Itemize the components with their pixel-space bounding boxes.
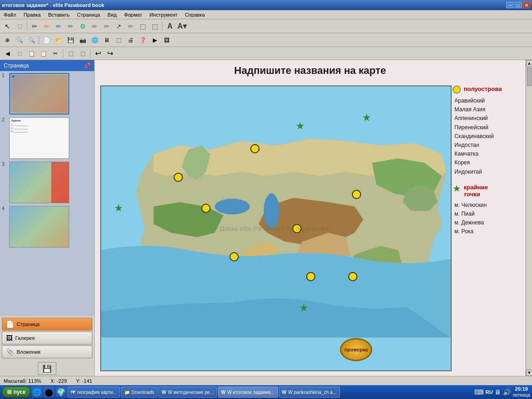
taskbar-geo-btn[interactable]: 🗺 география карти... [67, 387, 120, 398]
open-tool[interactable]: 📂 [53, 35, 64, 46]
menu-format[interactable]: Формат [122, 11, 144, 18]
minimize-button[interactable]: ─ [506, 2, 514, 8]
taskbar-downloads-btn[interactable]: 📁 Downloads [121, 387, 157, 398]
marker-yellow-7[interactable] [352, 190, 361, 199]
page-preview-4[interactable] [9, 206, 69, 248]
taskbar-word3-btn[interactable]: W W pankrashkina_zh.a... [279, 387, 340, 398]
marker-star-1[interactable]: ★ [114, 202, 123, 214]
page-thumb-2[interactable]: 2 Задание 1. ___________ 2. ___________ … [2, 117, 92, 159]
page-preview-1[interactable]: 🗺 [9, 73, 69, 115]
page-thumb-4[interactable]: 4 [2, 206, 92, 248]
menu-insert[interactable]: Вставить [46, 11, 72, 18]
page-preview-2[interactable]: Задание 1. ___________ 2. ___________ 3.… [9, 117, 69, 159]
text-tool[interactable]: A [164, 21, 175, 32]
save-tool[interactable]: 💾 [65, 35, 76, 46]
menu-tool[interactable]: Инструмент [148, 11, 180, 18]
menu-page[interactable]: Страница [75, 11, 102, 18]
page-preview-3[interactable] [9, 162, 69, 203]
scroll-down-arrow[interactable]: ▼ [526, 369, 532, 376]
zoom-out-tool[interactable]: ⬚ [137, 21, 148, 32]
marker-yellow-4[interactable] [292, 224, 302, 233]
taskbar: ⊞ пуск 🌐 ⬤ 🌍 🗺 география карти... 📁 Down… [0, 385, 532, 399]
fill-tool[interactable]: ✏ [89, 21, 100, 32]
delete-tool[interactable]: ⬚ [77, 48, 88, 59]
new-page-tool[interactable]: 📄 [41, 35, 52, 46]
category1-header: полуострова [453, 85, 521, 94]
marker-yellow-1[interactable] [174, 173, 183, 182]
undo-tool[interactable]: ↩ [92, 48, 103, 59]
paste-tool[interactable]: 📋 [38, 48, 49, 59]
area-select-tool[interactable]: ⬚ [14, 21, 25, 32]
taskbar-word2-btn[interactable]: W W итоговое задание... [218, 387, 278, 398]
scroll-up-arrow[interactable]: ▲ [526, 60, 532, 66]
maximize-button[interactable]: □ [514, 2, 522, 8]
marker-star-4[interactable]: ★ [299, 302, 308, 314]
browse-tool[interactable]: 🌐 [89, 35, 100, 46]
marker-star-2[interactable]: ★ [296, 120, 305, 132]
capture-tool[interactable]: ⬚ [149, 21, 160, 32]
cut-tool[interactable]: ✂ [50, 48, 61, 59]
page-num-4: 4 [2, 206, 7, 211]
nav-gallery-btn[interactable]: 🖼 Галерея [2, 332, 92, 345]
marker-yellow-2[interactable] [201, 204, 211, 213]
marker-tool[interactable]: ✏ [41, 21, 52, 32]
tray-sound-icon: 🔊 [503, 388, 511, 396]
prev-page-tool[interactable]: ◀ [2, 48, 13, 59]
downloads-btn-label: Downloads [132, 390, 154, 395]
zoom-out-tool[interactable]: 🔍 [26, 35, 37, 46]
marker-yellow-5[interactable] [306, 272, 315, 281]
scroll-thumb[interactable] [527, 67, 532, 86]
page-thumb-1[interactable]: 1 🗺 [2, 73, 92, 115]
shape-tool[interactable]: ⚙ [77, 21, 88, 32]
page-thumb-3[interactable]: 3 [2, 162, 92, 203]
taskbar-earth-icon[interactable]: 🌍 [55, 387, 66, 398]
text-style-tool[interactable]: A▾ [176, 21, 187, 32]
check-button[interactable]: проверка [340, 338, 372, 361]
item-skandinavskiy: Скандинавский [454, 132, 521, 141]
marker-yellow-6[interactable] [348, 272, 357, 281]
stamp-tool[interactable]: ✏ [101, 21, 112, 32]
scrollbar[interactable]: ▲ ▼ [526, 60, 532, 376]
camera-tool[interactable]: 📷 [77, 35, 88, 46]
redo-tool[interactable]: ↪ [104, 48, 115, 59]
item-koreya: Корея [454, 158, 521, 167]
marker-yellow-3[interactable] [230, 252, 239, 261]
taskbar-ie-icon[interactable]: 🌐 [31, 387, 42, 398]
start-button[interactable]: ⊞ пуск [2, 387, 30, 398]
taskbar-word1-btn[interactable]: W W методические ре... [158, 387, 217, 398]
image-tool[interactable]: 🖼 [161, 35, 172, 46]
polygon-tool[interactable]: ✏ [125, 21, 136, 32]
page-thumbnail-tool[interactable]: ⬚ [14, 48, 25, 59]
item-piay: м. Пиай [454, 210, 521, 218]
curve-tool[interactable]: ↗ [113, 21, 124, 32]
marker-yellow-8[interactable] [250, 144, 260, 153]
menu-help[interactable]: Справка [183, 11, 206, 18]
eraser-tool[interactable]: ✏ [53, 21, 64, 32]
item-indokitay: Индокитай [454, 168, 521, 176]
grid-tool[interactable]: ⬚ [113, 35, 124, 46]
save-icon-btn[interactable]: 💾 [38, 362, 56, 375]
sidebar-pages[interactable]: 1 🗺 2 Задание 1. [0, 71, 94, 316]
titlebar: итоговое задание* - elite Panaboard book… [0, 0, 532, 10]
print-tool[interactable]: 🖨 [125, 35, 136, 46]
close-button[interactable]: ✕ [523, 2, 530, 8]
zoom-fit-tool[interactable]: ⊕ [2, 35, 13, 46]
monitor-tool[interactable]: 🖥 [101, 35, 112, 46]
line-tool[interactable]: ✏ [65, 21, 76, 32]
pen-tool[interactable]: ✏ [29, 21, 40, 32]
nav-page-btn[interactable]: 📄 Страница [2, 318, 92, 331]
menu-view[interactable]: Вид [106, 11, 119, 18]
sidebar-pin-icon[interactable]: 📌 [84, 62, 91, 69]
zoom-in-tool[interactable]: 🔍 [14, 35, 25, 46]
help-tool[interactable]: ❓ [137, 35, 148, 46]
taskbar-chrome-icon[interactable]: ⬤ [43, 387, 54, 398]
map-container[interactable]: ★ ★ ★ ★ Доска elite Panaboard не подключ… [100, 85, 452, 371]
menu-file[interactable]: Файл [2, 11, 18, 18]
insert-tool[interactable]: ⬚ [65, 48, 76, 59]
copy-tool[interactable]: 📋 [26, 48, 37, 59]
nav-attach-btn[interactable]: 📎 Вложения [2, 345, 92, 358]
menu-edit[interactable]: Правка [22, 11, 42, 18]
marker-star-3[interactable]: ★ [362, 112, 371, 124]
media-tool[interactable]: ▶ [149, 35, 160, 46]
select-tool[interactable]: ↖ [2, 21, 13, 32]
